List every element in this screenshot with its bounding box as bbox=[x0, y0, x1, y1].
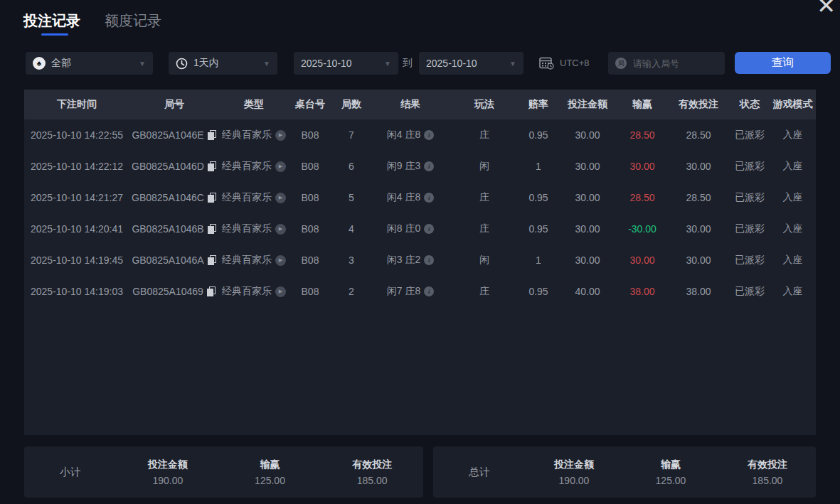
result-cell: 闲7 庄8 i bbox=[371, 285, 450, 298]
info-icon[interactable]: i bbox=[424, 286, 434, 296]
copy-icon[interactable] bbox=[208, 255, 217, 265]
replay-video-icon[interactable]: ▶ bbox=[275, 286, 286, 297]
bet-amount-cell: 30.00 bbox=[558, 223, 617, 235]
game-type-dropdown[interactable]: ♠ 全部 ▼ bbox=[26, 52, 153, 75]
active-tab-underline bbox=[41, 33, 68, 36]
copy-icon[interactable] bbox=[208, 224, 217, 234]
copy-icon[interactable] bbox=[208, 161, 217, 171]
play-type-cell: 庄 bbox=[450, 129, 519, 141]
replay-video-icon[interactable]: ▶ bbox=[275, 161, 286, 172]
bet-amount-cell: 30.00 bbox=[558, 192, 617, 203]
result-cell: 闲3 庄2 i bbox=[371, 254, 450, 267]
replay-video-icon[interactable]: ▶ bbox=[275, 130, 286, 141]
info-icon[interactable]: i bbox=[424, 224, 434, 234]
table-row: 2025-10-10 14:22:55 GB0825A1046E 经典百家乐 ▶… bbox=[24, 119, 816, 151]
valid-bet-cell: 28.50 bbox=[667, 129, 730, 141]
win-loss-cell: -30.00 bbox=[617, 223, 667, 235]
chevron-down-icon: ▼ bbox=[384, 60, 391, 68]
header-round-no: 局数 bbox=[331, 98, 371, 111]
game-type-cell: 经典百家乐 ▶ bbox=[219, 222, 289, 235]
game-mode-cell: 入座 bbox=[770, 129, 816, 141]
total-amount-label: 投注金额 bbox=[526, 459, 622, 471]
odds-cell: 0.95 bbox=[519, 223, 558, 235]
total-panel: 总计 投注金额 190.00 输赢 125.00 有效投注 185.00 bbox=[433, 446, 816, 498]
replay-video-icon[interactable]: ▶ bbox=[275, 193, 286, 203]
copy-icon[interactable] bbox=[208, 130, 217, 140]
info-icon[interactable]: i bbox=[424, 130, 434, 140]
round-number-input[interactable] bbox=[632, 58, 718, 70]
header-game-type: 类型 bbox=[219, 98, 289, 111]
play-type-cell: 庄 bbox=[450, 285, 519, 298]
valid-bet-cell: 30.00 bbox=[667, 254, 730, 266]
chevron-down-icon: ▼ bbox=[263, 60, 270, 68]
round-no-cell: 2 bbox=[331, 286, 371, 297]
close-icon[interactable]: ✕ bbox=[817, 0, 836, 17]
table-row: 2025-10-10 14:19:45 GB0825A1046A 经典百家乐 ▶… bbox=[24, 245, 816, 276]
header-play-type: 玩法 bbox=[450, 98, 519, 111]
game-type-cell: 经典百家乐 ▶ bbox=[219, 160, 289, 173]
game-type-cell: 经典百家乐 ▶ bbox=[219, 191, 289, 204]
valid-bet-cell: 38.00 bbox=[667, 286, 730, 297]
table-row: 2025-10-10 14:21:27 GB0825A1046C 经典百家乐 ▶… bbox=[24, 182, 816, 213]
total-winloss-value: 125.00 bbox=[622, 475, 719, 486]
subtotal-panel: 小计 投注金额 190.00 输赢 125.00 有效投注 185.00 bbox=[24, 446, 423, 498]
game-mode-cell: 入座 bbox=[770, 191, 816, 204]
result-cell: 闲9 庄3 i bbox=[371, 160, 450, 173]
status-cell: 已派彩 bbox=[730, 160, 770, 173]
bet-time-cell: 2025-10-10 14:19:03 bbox=[24, 286, 129, 297]
win-loss-cell: 30.00 bbox=[617, 254, 667, 266]
subtotal-validbet-label: 有效投注 bbox=[321, 459, 423, 471]
valid-bet-cell: 30.00 bbox=[667, 161, 730, 172]
win-loss-cell: 28.50 bbox=[617, 192, 667, 203]
round-id-cell: GB0825A10469 bbox=[129, 286, 219, 297]
copy-icon[interactable] bbox=[207, 286, 216, 296]
tab-quota-records[interactable]: 额度记录 bbox=[105, 11, 161, 31]
replay-video-icon[interactable]: ▶ bbox=[275, 224, 286, 235]
round-id-cell: GB0825A1046A bbox=[129, 254, 219, 266]
info-icon[interactable]: i bbox=[424, 255, 434, 265]
round-id-cell: GB0825A1046C bbox=[129, 192, 219, 203]
game-mode-cell: 入座 bbox=[770, 254, 816, 267]
game-type-cell: 经典百家乐 ▶ bbox=[219, 129, 289, 141]
header-bet-amount: 投注金额 bbox=[558, 98, 617, 111]
time-range-dropdown[interactable]: 1天内 ▼ bbox=[169, 52, 277, 75]
result-cell: 闲4 庄8 i bbox=[371, 191, 450, 204]
header-status: 状态 bbox=[730, 98, 770, 111]
info-icon[interactable]: i bbox=[424, 193, 434, 203]
game-type-cell: 经典百家乐 ▶ bbox=[219, 285, 289, 298]
status-cell: 已派彩 bbox=[730, 129, 770, 141]
timezone-indicator: UTC+8 bbox=[539, 56, 590, 70]
total-validbet-label: 有效投注 bbox=[719, 459, 816, 471]
result-cell: 闲4 庄8 i bbox=[371, 129, 450, 141]
game-type-value: 全部 bbox=[51, 57, 71, 70]
info-icon[interactable]: i bbox=[424, 161, 434, 171]
status-cell: 已派彩 bbox=[730, 285, 770, 298]
date-to-dropdown[interactable]: 2025-10-10 ▼ bbox=[419, 52, 523, 75]
copy-icon[interactable] bbox=[208, 193, 217, 203]
chevron-down-icon: ▼ bbox=[509, 60, 516, 68]
round-no-cell: 4 bbox=[331, 223, 371, 235]
table-header-row: 下注时间 局号 类型 桌台号 局数 结果 玩法 赔率 投注金额 输赢 有效投注 … bbox=[24, 90, 816, 119]
odds-cell: 0.95 bbox=[519, 192, 558, 203]
round-no-cell: 3 bbox=[331, 254, 371, 266]
clock-icon bbox=[176, 58, 188, 70]
win-loss-cell: 30.00 bbox=[617, 161, 667, 172]
bet-time-cell: 2025-10-10 14:21:27 bbox=[24, 192, 129, 203]
subtotal-winloss-label: 输赢 bbox=[219, 459, 321, 471]
game-mode-cell: 入座 bbox=[770, 160, 816, 173]
round-id-cell: GB0825A1046B bbox=[129, 223, 219, 235]
header-odds: 赔率 bbox=[519, 98, 558, 111]
subtotal-amount-label: 投注金额 bbox=[117, 459, 219, 471]
table-row: 2025-10-10 14:22:12 GB0825A1046D 经典百家乐 ▶… bbox=[24, 151, 816, 182]
date-from-dropdown[interactable]: 2025-10-10 ▼ bbox=[294, 52, 398, 75]
search-button[interactable]: 查询 bbox=[735, 52, 831, 74]
table-row: 2025-10-10 14:19:03 GB0825A10469 经典百家乐 ▶… bbox=[24, 276, 816, 307]
tab-bet-records[interactable]: 投注记录 bbox=[23, 11, 80, 31]
round-no-cell: 7 bbox=[331, 129, 371, 141]
chevron-down-icon: ▼ bbox=[139, 60, 146, 68]
round-no-cell: 6 bbox=[331, 161, 371, 172]
date-to-value: 2025-10-10 bbox=[426, 58, 477, 69]
replay-video-icon[interactable]: ▶ bbox=[275, 255, 286, 266]
header-bet-time: 下注时间 bbox=[24, 98, 129, 111]
date-from-value: 2025-10-10 bbox=[301, 58, 352, 69]
